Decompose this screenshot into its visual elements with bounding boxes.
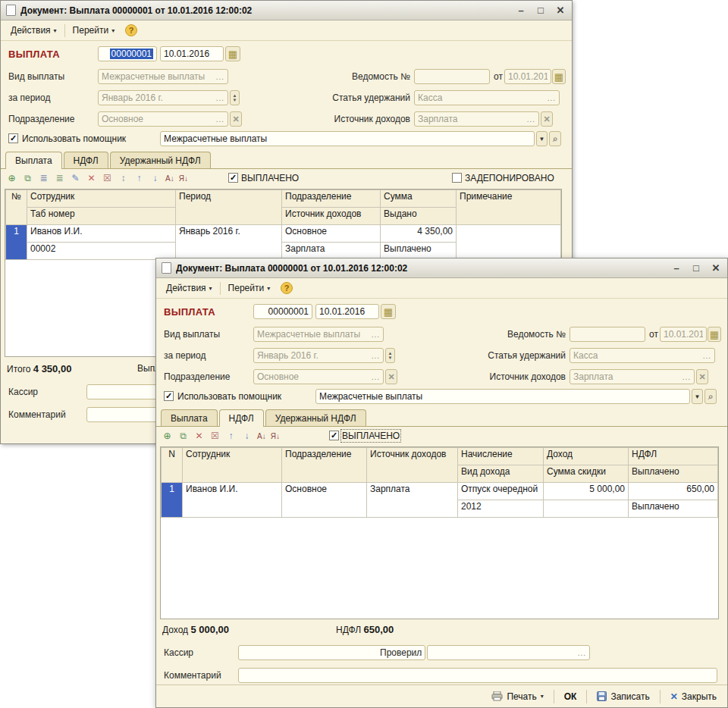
move-down-icon[interactable]: ↓ [240,430,253,443]
ellipsis-icon[interactable]: ... [214,94,224,102]
ellipsis-icon[interactable]: ... [701,352,711,360]
dropdown-icon[interactable]: ▼ [692,389,703,404]
cell-note[interactable] [457,225,561,260]
clear-icon[interactable]: ✕ [385,369,397,384]
delete-row-icon[interactable]: ✕ [85,172,98,185]
minimize-icon[interactable]: – [515,5,527,16]
sort-asc-icon[interactable]: А↓ [165,172,175,185]
cell-employee[interactable]: Иванов И.И. [183,483,282,518]
cell-income-type[interactable]: 2012 [458,500,544,518]
period-field[interactable]: Январь 2016 г.... [253,348,384,363]
ellipsis-icon[interactable]: ... [214,115,224,124]
ellipsis-icon[interactable]: ... [545,94,556,102]
cell-paid[interactable]: Выплачено [629,500,718,518]
istochnik-field[interactable]: Зарплата... [570,369,695,384]
ellipsis-icon[interactable]: ... [369,352,380,360]
tab-uderzhanny-ndfl[interactable]: Удержанный НДФЛ [110,152,211,168]
copy-row-icon[interactable]: ⧉ [21,172,34,185]
clear-icon[interactable]: ✕ [230,111,242,127]
vid-field[interactable]: Межрасчетные выплаты... [98,69,228,84]
copy-row-icon[interactable]: ⧉ [177,430,190,443]
tab-ndfl[interactable]: НДФЛ [64,152,108,168]
edit-row-icon[interactable]: ✎ [69,172,82,185]
vedomost-number-field[interactable] [414,69,490,84]
menu-goto[interactable]: Перейти▾ [67,23,121,38]
move-down-icon[interactable]: ↓ [149,172,162,185]
dept-field[interactable]: Основное... [98,111,228,127]
ok-button[interactable]: ОК [561,690,580,703]
cell-employee[interactable]: Иванов И.И. [27,225,176,243]
calendar-icon[interactable]: ▦ [225,46,240,61]
table-row[interactable]: 1 Иванов И.И. Основное Зарплата Отпуск о… [162,483,718,500]
add-row-icon[interactable]: ⊕ [161,430,174,443]
uderzh-field[interactable]: Касса... [570,348,715,363]
row-number[interactable]: 1 [162,483,183,518]
cell-income[interactable]: 5 000,00 [544,483,629,500]
sort-asc-icon[interactable]: А↓ [256,430,267,443]
period-field[interactable]: Январь 2016 г.... [98,90,228,105]
row-number[interactable]: 1 [6,225,27,260]
vedomost-date-field[interactable]: 10.01.2016 [504,69,551,84]
clear-icon[interactable]: ✕ [696,369,708,384]
helper-combo[interactable]: Межрасчетные выплаты [315,389,690,404]
cell-discount-sum[interactable] [544,500,629,518]
print-button[interactable]: Печать▾ [488,690,546,703]
maximize-icon[interactable]: □ [690,262,702,274]
sort-desc-icon[interactable]: Я↓ [178,172,189,185]
delete-all-icon[interactable]: ☒ [101,172,114,185]
cell-sum[interactable]: 4 350,00 [381,225,457,243]
ellipsis-icon[interactable]: ... [214,73,224,81]
paid-checkbox[interactable]: ✓ [329,431,339,440]
move-up-icon[interactable]: ↑ [224,430,237,443]
doc-number-field[interactable]: 00000001 [98,46,157,61]
doc-number-field[interactable]: 00000001 [253,304,312,319]
maximize-icon[interactable]: □ [535,5,547,16]
doc-date-field[interactable]: 10.01.2016 [160,46,224,61]
help-icon[interactable]: ? [281,282,293,294]
comment-field[interactable] [238,668,717,683]
title-bar[interactable]: Документ: Выплата 00000001 от 10.01.2016… [156,258,727,278]
dept-field[interactable]: Основное... [253,369,384,384]
menu-goto[interactable]: Перейти▾ [222,280,277,296]
tab-vyplata[interactable]: Выплата [161,409,218,426]
proveril-field[interactable]: ... [427,645,590,660]
cell-dept[interactable]: Основное [282,483,367,518]
help-icon[interactable]: ? [125,24,137,36]
use-helper-checkbox[interactable]: ✓ [8,133,18,143]
tab-vyplata[interactable]: Выплата [5,152,62,169]
cell-period[interactable]: Январь 2016 г. [176,225,282,260]
clear-icon[interactable]: ✕ [541,111,553,127]
save-button[interactable]: Записать [594,690,652,703]
cell-tab-number[interactable]: 00002 [27,243,176,260]
add-lines-icon[interactable]: ≣ [37,172,50,185]
vedomost-date-field[interactable]: 10.01.2016 [660,327,707,342]
table-row[interactable]: 1 Иванов И.И. Январь 2016 г. Основное 4 … [6,225,561,243]
use-helper-checkbox[interactable]: ✓ [164,391,174,401]
helper-combo[interactable]: Межрасчетные выплаты [160,131,535,146]
paid-checkbox[interactable]: ✓ [228,173,238,183]
menu-actions[interactable]: Действия▾ [160,280,218,296]
calendar-icon[interactable]: ▦ [552,69,566,84]
cell-accrual[interactable]: Отпуск очередной [458,483,544,500]
doc-date-field[interactable]: 10.01.2016 [315,304,379,319]
ellipsis-icon[interactable]: ... [576,649,586,657]
close-icon[interactable]: ✕ [710,262,722,274]
dropdown-icon[interactable]: ▼ [536,131,548,146]
deposited-checkbox[interactable] [452,173,462,183]
tab-uderzhanny-ndfl[interactable]: Удержанный НДФЛ [265,409,366,426]
delete-all-icon[interactable]: ☒ [209,430,221,443]
calendar-icon[interactable]: ▦ [381,304,396,319]
ellipsis-icon[interactable]: ... [680,373,691,381]
title-bar[interactable]: Документ: Выплата 00000001 от 10.01.2016… [1,1,572,20]
add-row-icon[interactable]: ⊕ [5,172,18,185]
spinner-control[interactable]: ▲▼ [385,348,395,363]
menu-actions[interactable]: Действия▾ [5,23,63,38]
move-up-icon[interactable]: ↑ [133,172,146,185]
tab-ndfl[interactable]: НДФЛ [219,409,264,427]
ellipsis-icon[interactable]: ... [369,331,380,339]
close-button[interactable]: ✕ Закрыть [667,690,720,703]
reorder-icon[interactable]: ↕ [117,172,130,185]
ellipsis-icon[interactable]: ... [525,115,535,124]
search-icon[interactable]: ⌕ [549,131,561,146]
uderzh-field[interactable]: Касса... [414,90,560,105]
